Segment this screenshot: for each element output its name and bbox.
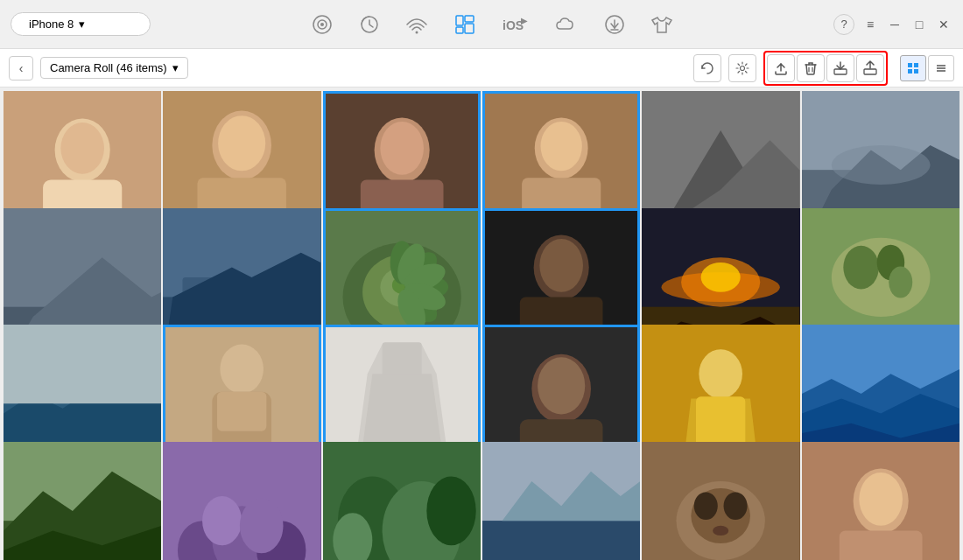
top-toolbar: iPhone 8 ▾ (0, 0, 963, 49)
nav-ios[interactable]: iOS ▶ (502, 13, 530, 36)
svg-rect-6 (456, 27, 463, 33)
svg-rect-8 (465, 24, 474, 33)
svg-rect-5 (456, 16, 463, 25)
svg-point-133 (694, 492, 718, 520)
svg-rect-97 (382, 342, 421, 376)
nav-tshirt[interactable] (650, 13, 673, 36)
nav-sync[interactable] (405, 13, 428, 36)
maximize-button[interactable]: □ (910, 16, 928, 33)
photo-item[interactable] (802, 442, 959, 561)
svg-point-33 (218, 116, 265, 171)
svg-point-41 (540, 122, 581, 171)
svg-point-78 (701, 262, 741, 291)
svg-rect-18 (864, 69, 876, 74)
svg-rect-90 (4, 325, 161, 403)
svg-rect-19 (908, 63, 912, 67)
nav-music[interactable] (311, 13, 334, 36)
svg-rect-17 (834, 69, 847, 74)
nav-cloud[interactable] (554, 13, 579, 36)
album-chevron-icon: ▾ (172, 61, 179, 74)
photo-item[interactable] (323, 442, 481, 561)
svg-point-49 (831, 145, 930, 185)
svg-rect-138 (839, 530, 922, 560)
grid-view-button[interactable] (900, 55, 926, 81)
svg-point-139 (859, 472, 903, 525)
list-view-button[interactable] (928, 55, 954, 81)
close-button[interactable]: ✕ (935, 16, 952, 33)
svg-point-92 (221, 345, 264, 394)
delete-button[interactable] (797, 54, 825, 82)
svg-point-83 (843, 245, 879, 289)
nav-download[interactable] (603, 13, 626, 36)
svg-point-120 (202, 495, 242, 544)
second-toolbar: ‹ Camera Roll (46 items) ▾ (0, 49, 963, 88)
svg-point-29 (60, 122, 104, 174)
svg-point-104 (699, 349, 743, 398)
album-selector[interactable]: Camera Roll (46 items) ▾ (40, 57, 188, 79)
photo-item[interactable] (4, 442, 161, 561)
help-button[interactable]: ? (833, 14, 854, 35)
menu-button[interactable]: ≡ (861, 16, 879, 33)
settings-button[interactable] (728, 54, 756, 82)
svg-text:▶: ▶ (521, 16, 528, 25)
nav-photos[interactable] (453, 12, 477, 37)
back-button[interactable]: ‹ (9, 56, 33, 80)
refresh-button[interactable] (693, 54, 721, 82)
svg-point-73 (539, 238, 583, 291)
view-toggle-group (900, 55, 954, 81)
photo-item[interactable] (482, 442, 640, 561)
svg-point-134 (724, 492, 748, 520)
nav-history[interactable] (358, 13, 381, 36)
chevron-down-icon: ▾ (79, 18, 85, 31)
upload-button[interactable] (767, 54, 795, 82)
device-name: iPhone 8 (29, 18, 74, 31)
svg-rect-7 (465, 16, 474, 22)
svg-point-37 (380, 122, 424, 175)
svg-point-121 (240, 498, 284, 553)
photo-grid: ✓ ✓ (0, 88, 963, 560)
svg-point-85 (889, 266, 912, 298)
nav-icons: iOS ▶ (168, 12, 816, 37)
svg-point-102 (538, 357, 585, 414)
photo-item[interactable] (642, 442, 799, 561)
svg-rect-22 (914, 69, 918, 74)
svg-rect-128 (482, 521, 640, 560)
export-button[interactable] (856, 54, 884, 82)
album-label: Camera Roll (46 items) (50, 61, 167, 74)
svg-rect-20 (914, 63, 918, 67)
photo-item[interactable] (163, 442, 320, 561)
svg-point-135 (713, 525, 728, 535)
svg-point-125 (426, 476, 475, 545)
svg-rect-21 (908, 69, 912, 74)
import-button[interactable] (826, 54, 854, 82)
svg-rect-94 (217, 392, 266, 431)
svg-point-4 (416, 31, 418, 33)
minimize-button[interactable]: ─ (886, 16, 903, 33)
device-selector[interactable]: iPhone 8 ▾ (11, 12, 151, 36)
action-buttons-group (763, 51, 888, 86)
svg-point-14 (741, 66, 745, 70)
svg-point-2 (320, 23, 324, 26)
